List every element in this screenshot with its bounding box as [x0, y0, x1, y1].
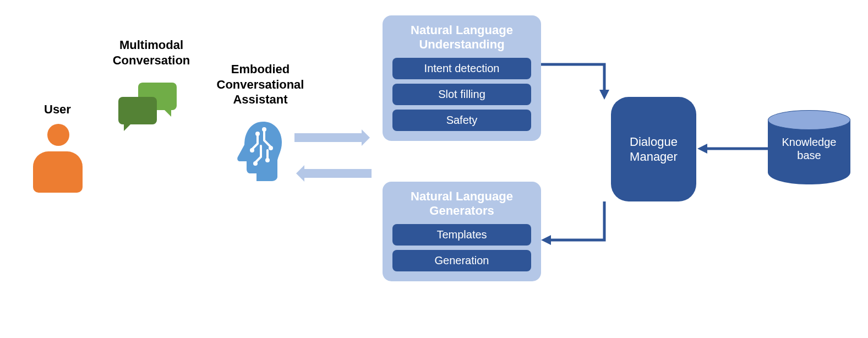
svg-marker-6: [599, 90, 609, 100]
arrow-dm-to-nlg-icon: [541, 201, 651, 257]
ai-head-icon: [231, 118, 286, 184]
nlg-module: Natural Language Generators Templates Ge…: [383, 182, 541, 281]
nlu-module: Natural Language Understanding Intent de…: [383, 15, 541, 141]
nlg-title: Natural Language Generators: [392, 189, 531, 219]
chat-bubbles-icon: [118, 83, 179, 135]
user-label: User: [44, 102, 71, 117]
assistant-label: Embodied Conversational Assistant: [208, 62, 313, 107]
arrow-nlu-to-dm-icon: [541, 62, 651, 128]
conversation-label: Multimodal Conversation: [110, 37, 193, 68]
nlu-title: Natural Language Understanding: [392, 23, 531, 52]
svg-marker-9: [697, 144, 707, 154]
nlg-item: Generation: [392, 250, 531, 271]
knowledge-base-label: Knowledge base: [768, 135, 850, 162]
svg-point-4: [253, 161, 258, 166]
svg-point-2: [250, 148, 254, 152]
nlu-item: Slot filling: [392, 84, 531, 105]
nlu-item: Intent detection: [392, 58, 531, 79]
svg-point-0: [255, 132, 260, 136]
svg-point-1: [262, 127, 266, 132]
arrow-kb-to-dm-icon: [696, 141, 771, 157]
svg-marker-7: [541, 235, 551, 245]
arrow-nlg-to-assistant-icon: [294, 165, 372, 182]
nlg-item: Templates: [392, 224, 531, 246]
dialogue-manager-label: Dialogue Manager: [630, 134, 678, 165]
knowledge-base-node: Knowledge base: [768, 110, 850, 184]
arrow-assistant-to-nlu-icon: [294, 129, 372, 146]
svg-point-3: [269, 146, 273, 150]
svg-point-5: [265, 158, 270, 162]
user-icon: [33, 124, 83, 195]
nlu-item: Safety: [392, 110, 531, 131]
